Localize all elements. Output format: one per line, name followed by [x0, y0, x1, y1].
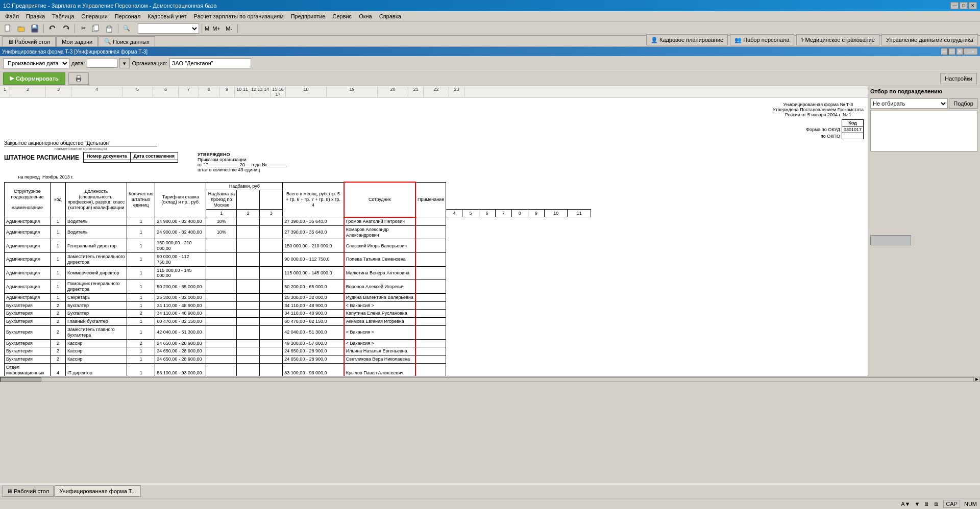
btn-hr-planning[interactable]: 👤 Кадровое планирование: [646, 34, 728, 45]
sidebar-extra-area: [870, 235, 978, 246]
menu-help[interactable]: Справка: [376, 13, 404, 20]
print-button[interactable]: [68, 72, 89, 85]
cell-code: 1: [51, 266, 66, 280]
cell-total: 24 650,00 - 28 900,0: [283, 355, 344, 364]
scrollbar-thumb[interactable]: [1, 377, 41, 381]
cell-employee: Капутина Елена Руслановна: [344, 310, 415, 318]
svg-rect-15: [77, 80, 80, 82]
taskbar-form[interactable]: Унифицированная форма Т...: [55, 486, 140, 497]
tab-desktop[interactable]: 🖥 Рабочий стол: [2, 36, 56, 46]
sidebar-filter-area: [870, 111, 978, 151]
doc-number-value: [83, 160, 130, 163]
menu-personnel[interactable]: Персонал: [112, 13, 144, 20]
menu-edit[interactable]: Правка: [23, 13, 48, 20]
printer-icon: [75, 75, 82, 82]
form-maximize-btn[interactable]: □: [948, 48, 955, 55]
horizontal-scrollbar[interactable]: [0, 377, 974, 382]
cell-salary: 24 900,00 - 32 400,00: [155, 225, 206, 239]
toolbar-separator-6: [237, 24, 238, 33]
doc-number-header: Номер документа: [83, 152, 130, 160]
cell-salary: 34 110,00 - 48 900,00: [155, 301, 206, 310]
menu-hr[interactable]: Кадровый учет: [144, 13, 189, 20]
action-bar: ▶ Сформировать Настройки: [0, 71, 980, 86]
cell-note: [415, 325, 446, 339]
cell-allow2: [237, 310, 260, 318]
cell-allow2: [237, 301, 260, 310]
sidebar-filter-select[interactable]: Не отбирать: [870, 98, 948, 109]
cell-code: 1: [51, 252, 66, 266]
btn-medical[interactable]: ⚕ Медицинское страхование: [796, 34, 879, 45]
cell-total: 115 000,00 - 145 000,0: [283, 266, 344, 280]
btn-recruitment[interactable]: 👥 Набор персонала: [730, 34, 794, 45]
menu-service[interactable]: Сервис: [329, 13, 355, 20]
toolbar-dropdown[interactable]: [138, 23, 199, 34]
form-minimize-btn[interactable]: —: [941, 48, 948, 55]
cell-allow2: [237, 318, 260, 326]
okud-table: Код Форма по ОКУД 0301017 по ОКПО: [804, 119, 864, 139]
svg-rect-6: [32, 29, 37, 32]
scroll-right-btn[interactable]: ▶: [974, 377, 980, 382]
m-minus-button[interactable]: M-: [224, 23, 235, 34]
minimize-button[interactable]: —: [950, 2, 959, 9]
m-plus-button[interactable]: M+: [210, 23, 223, 34]
cut-button[interactable]: ✂: [78, 23, 89, 34]
btn-employee-data[interactable]: Управление данными сотрудника: [881, 34, 978, 45]
org-input[interactable]: [169, 58, 251, 68]
cell-code: 1: [51, 225, 66, 239]
search-button[interactable]: 🔍: [121, 23, 132, 34]
cell-employee: Акимова Евгения Игоревна: [344, 318, 415, 326]
cell-qty: 1: [127, 239, 155, 253]
cell-salary: 34 110,00 - 48 900,00: [155, 310, 206, 318]
undo-button[interactable]: [46, 23, 59, 34]
sidebar-select-button[interactable]: Подбор: [949, 98, 978, 109]
menu-payroll[interactable]: Расчет зарплаты по организациям: [190, 13, 286, 20]
generate-button[interactable]: ▶ Сформировать: [3, 72, 65, 85]
generate-label: Сформировать: [16, 75, 59, 82]
save-button[interactable]: [29, 23, 41, 34]
form-extra-btn[interactable]: …×: [964, 48, 978, 55]
document-content[interactable]: Унифицированная форма № Т-3 Утверждена П…: [0, 98, 868, 376]
paste-button[interactable]: [103, 23, 115, 34]
date-input[interactable]: [87, 59, 117, 68]
cell-dept: Бухгалтерия: [5, 347, 51, 355]
tab-search[interactable]: 🔍 Поиск данных: [99, 36, 155, 46]
menu-file[interactable]: Файл: [2, 13, 22, 20]
form-close-btn[interactable]: ✕: [956, 48, 963, 55]
menu-operations[interactable]: Операции: [78, 13, 110, 20]
th-note: Примечание: [415, 182, 446, 217]
okud-value: 0301017: [842, 126, 863, 133]
menu-table[interactable]: Таблица: [49, 13, 77, 20]
date-type-select[interactable]: Произвольная дата: [3, 58, 69, 68]
cell-position: Водитель: [66, 217, 127, 225]
menu-windows[interactable]: Окна: [356, 13, 375, 20]
org-label: Организация:: [132, 60, 167, 66]
cell-note: [415, 318, 446, 326]
cell-employee: Крылов Павел Алексеевич: [344, 363, 415, 376]
table-row: Администрация 1 Водитель 1 24 900,00 - 3…: [5, 217, 591, 225]
tab-search-label: Поиск данных: [113, 39, 150, 45]
cell-dept: Администрация: [5, 239, 51, 253]
taskbar-desktop-label: Рабочий стол: [14, 488, 49, 494]
cell-allow1: [206, 239, 237, 253]
cell-allow3: [260, 252, 283, 266]
open-button[interactable]: [15, 23, 28, 34]
copy-button[interactable]: [90, 23, 102, 34]
cell-total: 42 040,00 - 51 300,0: [283, 325, 344, 339]
staff-count: штат в количестве 43 единиц: [198, 167, 287, 172]
cell-employee: Громов Анатолий Петрович: [344, 217, 415, 225]
maximize-button[interactable]: □: [960, 2, 968, 9]
new-button[interactable]: [2, 23, 14, 34]
svg-rect-14: [77, 75, 80, 78]
menu-enterprise[interactable]: Предприятие: [288, 13, 329, 20]
play-icon: ▶: [10, 75, 14, 82]
sidebar-action-button[interactable]: [870, 235, 911, 245]
date-picker-btn[interactable]: ▾: [119, 58, 130, 68]
cell-position: Бухгалтер: [66, 301, 127, 310]
redo-button[interactable]: [60, 23, 72, 34]
taskbar-desktop[interactable]: 🖥 Рабочий стол: [2, 486, 54, 497]
close-button[interactable]: ✕: [969, 2, 977, 9]
settings-button[interactable]: Настройки: [940, 73, 977, 84]
th-salary: Тарифная ставка (оклад) и пр., руб.: [155, 182, 206, 217]
tab-tasks[interactable]: Мои задачи: [56, 36, 98, 46]
cell-allow2: [237, 293, 260, 301]
